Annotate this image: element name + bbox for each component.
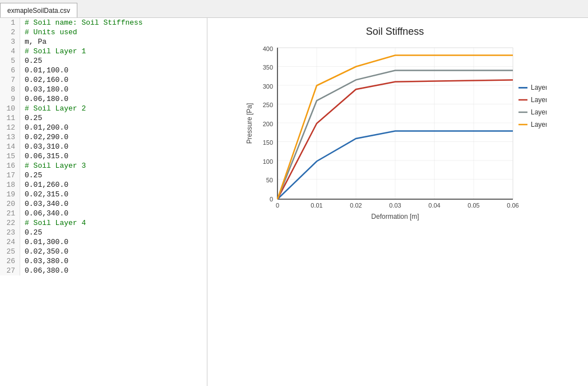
svg-text:100: 100 <box>262 158 272 165</box>
svg-text:Layer 2: Layer 2 <box>531 96 547 104</box>
code-line: 22# Soil Layer 4 <box>0 218 207 228</box>
line-number: 25 <box>0 247 20 256</box>
line-code: # Soil Layer 3 <box>20 161 207 171</box>
line-code: m, Pa <box>20 37 207 47</box>
line-number: 22 <box>0 218 20 228</box>
line-code: 0.25 <box>20 113 207 123</box>
code-line: 80.03,180.0 <box>0 85 207 94</box>
code-panel[interactable]: 1# Soil name: Soil Stiffness2# Units use… <box>0 18 207 386</box>
line-code: # Units used <box>20 27 207 37</box>
line-number: 15 <box>0 151 20 161</box>
line-number: 24 <box>0 237 20 247</box>
svg-text:0: 0 <box>275 202 279 209</box>
line-number: 27 <box>0 266 20 275</box>
line-code: 0.25 <box>20 56 207 66</box>
code-line: 4# Soil Layer 1 <box>0 47 207 56</box>
line-number: 21 <box>0 209 20 218</box>
tab-bar: exmapleSoilData.csv <box>0 0 588 18</box>
code-line: 150.06,315.0 <box>0 151 207 161</box>
line-code: # Soil Layer 4 <box>20 218 207 228</box>
line-code: 0.03,310.0 <box>20 142 207 151</box>
code-line: 230.25 <box>0 228 207 237</box>
code-line: 180.01,260.0 <box>0 180 207 190</box>
code-lines: 1# Soil name: Soil Stiffness2# Units use… <box>0 18 207 275</box>
svg-text:50: 50 <box>266 177 272 183</box>
svg-text:0.06: 0.06 <box>507 202 518 209</box>
line-number: 26 <box>0 256 20 266</box>
line-number: 11 <box>0 113 20 123</box>
svg-text:300: 300 <box>262 83 272 90</box>
chart-container: 0 50 100 150 200 250 300 350 400 0 0.01 … <box>244 42 547 222</box>
line-number: 6 <box>0 66 20 75</box>
line-code: 0.02,160.0 <box>20 75 207 85</box>
svg-text:Deformation [m]: Deformation [m] <box>371 213 419 220</box>
svg-text:350: 350 <box>262 64 272 71</box>
line-number: 7 <box>0 75 20 85</box>
line-number: 8 <box>0 85 20 94</box>
code-line: 200.03,340.0 <box>0 199 207 209</box>
svg-text:150: 150 <box>262 139 272 146</box>
line-code: 0.03,340.0 <box>20 199 207 209</box>
code-line: 110.25 <box>0 113 207 123</box>
line-code: 0.03,380.0 <box>20 256 207 266</box>
code-line: 3m, Pa <box>0 37 207 47</box>
line-number: 19 <box>0 190 20 199</box>
code-line: 50.25 <box>0 56 207 66</box>
line-number: 9 <box>0 94 20 104</box>
svg-text:0.03: 0.03 <box>389 202 401 209</box>
line-code: # Soil Layer 1 <box>20 47 207 56</box>
line-number: 18 <box>0 180 20 190</box>
main-content: 1# Soil name: Soil Stiffness2# Units use… <box>0 18 588 386</box>
svg-text:0.04: 0.04 <box>428 202 440 209</box>
line-code: # Soil Layer 2 <box>20 104 207 113</box>
svg-text:Layer 1: Layer 1 <box>531 84 547 91</box>
line-code: 0.01,260.0 <box>20 180 207 190</box>
code-line: 1# Soil name: Soil Stiffness <box>0 18 207 27</box>
line-number: 2 <box>0 27 20 37</box>
code-line: 240.01,300.0 <box>0 237 207 247</box>
line-code: 0.06,180.0 <box>20 94 207 104</box>
line-code: # Soil name: Soil Stiffness <box>20 18 207 27</box>
line-code: 0.25 <box>20 171 207 180</box>
line-number: 4 <box>0 47 20 56</box>
code-line: 60.01,100.0 <box>0 66 207 75</box>
svg-text:Pressure [Pa]: Pressure [Pa] <box>246 103 253 144</box>
chart-title: Soil Stiffness <box>366 26 424 38</box>
chart-panel: Soil Stiffness <box>207 18 588 386</box>
code-line: 70.02,160.0 <box>0 75 207 85</box>
line-code: 0.02,290.0 <box>20 132 207 142</box>
code-line: 140.03,310.0 <box>0 142 207 151</box>
tab-label: exmapleSoilData.csv <box>7 7 70 15</box>
line-number: 14 <box>0 142 20 151</box>
line-code: 0.06,380.0 <box>20 266 207 275</box>
svg-text:Layer 4: Layer 4 <box>531 121 547 128</box>
line-code: 0.25 <box>20 228 207 237</box>
code-line: 210.06,340.0 <box>0 209 207 218</box>
line-number: 12 <box>0 123 20 132</box>
tab-soildata[interactable]: exmapleSoilData.csv <box>0 3 77 17</box>
code-line: 16# Soil Layer 3 <box>0 161 207 171</box>
code-line: 250.02,350.0 <box>0 247 207 256</box>
code-line: 120.01,200.0 <box>0 123 207 132</box>
line-number: 17 <box>0 171 20 180</box>
line-code: 0.01,100.0 <box>20 66 207 75</box>
line-code: 0.03,180.0 <box>20 85 207 94</box>
svg-text:250: 250 <box>262 102 272 108</box>
svg-text:0: 0 <box>269 196 272 203</box>
svg-text:400: 400 <box>262 45 272 52</box>
svg-text:200: 200 <box>262 121 272 127</box>
code-line: 170.25 <box>0 171 207 180</box>
code-line: 270.06,380.0 <box>0 266 207 275</box>
line-number: 16 <box>0 161 20 171</box>
svg-text:0.05: 0.05 <box>467 202 479 209</box>
line-number: 5 <box>0 56 20 66</box>
svg-text:Layer 3: Layer 3 <box>531 108 547 116</box>
code-line: 90.06,180.0 <box>0 94 207 104</box>
code-line: 2# Units used <box>0 27 207 37</box>
code-line: 10# Soil Layer 2 <box>0 104 207 113</box>
code-line: 130.02,290.0 <box>0 132 207 142</box>
line-number: 20 <box>0 199 20 209</box>
line-code: 0.02,315.0 <box>20 190 207 199</box>
line-code: 0.06,315.0 <box>20 151 207 161</box>
line-code: 0.06,340.0 <box>20 209 207 218</box>
